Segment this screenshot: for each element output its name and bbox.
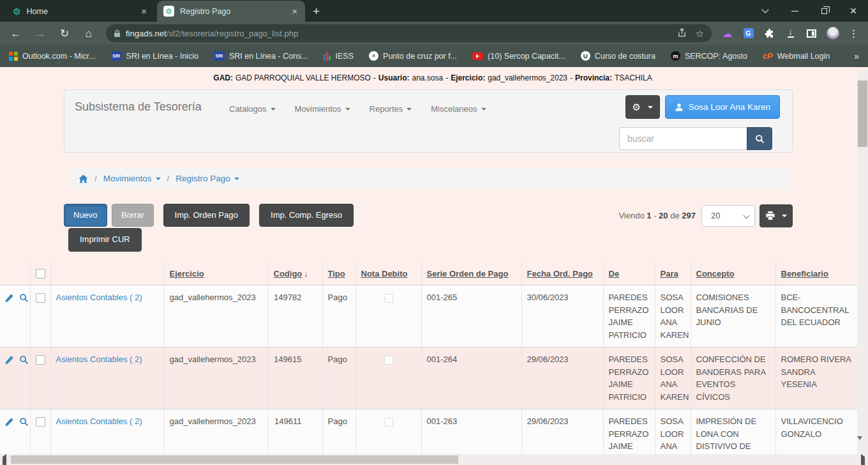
column-header-beneficiario[interactable]: Beneficiario: [775, 262, 857, 286]
search-button[interactable]: [747, 127, 772, 150]
menu-reportes[interactable]: Reportes: [370, 104, 412, 114]
minimize-button[interactable]: [780, 0, 809, 22]
scroll-right-icon[interactable]: [861, 454, 865, 465]
row-checkbox[interactable]: [36, 293, 45, 303]
share-icon[interactable]: [677, 28, 687, 39]
edit-pencil-icon[interactable]: [4, 417, 14, 427]
column-header-nota-debito[interactable]: Nota Debito: [355, 262, 421, 286]
actions-row: Nuevo Borrar Imp. Orden Pago Imp. Comp. …: [64, 204, 793, 252]
bookmark-sercop-video[interactable]: (10) Sercop Capacit...: [472, 52, 565, 61]
browser-chrome: ⚙ Home × ⚙ Registro Pago × + × ← → ↻ ⌂ f…: [0, 0, 868, 67]
tab-home[interactable]: ⚙ Home ×: [6, 1, 154, 22]
breadcrumb-separator: /: [94, 174, 97, 183]
separator: -: [570, 73, 572, 82]
column-header-ejercicio[interactable]: Ejercicio: [164, 262, 268, 286]
paging-status: Viendo 1 - 20 de 297: [618, 211, 696, 220]
select-all-checkbox[interactable]: [36, 269, 45, 278]
back-icon[interactable]: ←: [4, 28, 28, 39]
scroll-down-icon[interactable]: [857, 436, 862, 451]
reload-icon[interactable]: ↻: [52, 28, 77, 39]
column-header-codigo[interactable]: Codigo↓: [268, 262, 322, 286]
new-tab-button[interactable]: +: [313, 5, 320, 17]
browser-menu-icon[interactable]: ⋮: [843, 27, 864, 40]
row-checkbox[interactable]: [36, 355, 45, 365]
forward-icon[interactable]: →: [28, 28, 52, 39]
asientos-contables-link[interactable]: Asientos Contables ( 2): [56, 293, 142, 302]
bookmark-punto-de-cruz[interactable]: ✕ Punto de cruz por f...: [369, 51, 457, 61]
row-checkbox[interactable]: [36, 417, 45, 427]
m-icon: m: [671, 51, 680, 61]
home-icon[interactable]: [79, 174, 88, 183]
edit-pencil-icon[interactable]: [4, 355, 14, 365]
horizontal-scroll-thumb[interactable]: [11, 455, 458, 464]
breadcrumb-registro-pago[interactable]: Registro Pago: [176, 174, 239, 183]
de-cell: PAREDES PERRAZO JAIME PATRICIO: [603, 286, 655, 347]
page-size-select[interactable]: 20: [702, 206, 754, 226]
bookmark-sri-consultas[interactable]: SRI SRI en Línea - Cons...: [214, 51, 308, 61]
column-header-para[interactable]: Para: [655, 262, 691, 286]
bookmarks-overflow-icon[interactable]: »: [854, 51, 859, 61]
search-input[interactable]: [619, 127, 747, 150]
vertical-scroll-thumb[interactable]: [858, 80, 867, 147]
profile-avatar[interactable]: [822, 27, 843, 40]
imprimir-cur-button[interactable]: Imprimir CUR: [68, 228, 142, 251]
vertical-scrollbar[interactable]: [857, 70, 868, 454]
asientos-contables-link[interactable]: Asientos Contables ( 2): [56, 416, 142, 426]
cloud-extension-icon[interactable]: ☁: [717, 27, 738, 40]
horizontal-scrollbar[interactable]: [0, 454, 868, 465]
ejercicio-cell: gad_vallehermos_2023: [164, 409, 268, 454]
column-header-concepto[interactable]: Concepto: [691, 262, 775, 286]
tab-registro-pago[interactable]: ⚙ Registro Pago ×: [157, 1, 305, 22]
tab-search-icon[interactable]: [751, 0, 780, 22]
settings-gear-button[interactable]: ⚙: [625, 95, 660, 119]
side-panel-icon[interactable]: [801, 29, 822, 38]
column-header-asientos: [50, 262, 164, 286]
close-window-button[interactable]: ×: [839, 0, 868, 22]
column-header-fecha[interactable]: Fecha Ord. Pago: [521, 262, 603, 286]
print-button[interactable]: [760, 204, 793, 227]
translate-extension-icon[interactable]: G: [738, 28, 759, 38]
tab-close-icon[interactable]: ×: [138, 6, 149, 16]
de-cell: PAREDES PERRAZO JAIME PATRICIO: [603, 409, 655, 454]
bookmark-iess[interactable]: IESS: [324, 52, 354, 61]
view-magnifier-icon[interactable]: [19, 293, 29, 303]
restore-button[interactable]: [809, 0, 839, 22]
table-row: Asientos Contables ( 2) gad_vallehermos_…: [0, 347, 857, 409]
bookmark-outlook[interactable]: Outlook.com - Micr...: [9, 52, 96, 61]
extensions-puzzle-icon[interactable]: [759, 28, 780, 38]
bookmark-sercop-agosto[interactable]: m SERCOP: Agosto: [671, 51, 747, 61]
scroll-left-icon[interactable]: [3, 454, 6, 465]
breadcrumb-movimientos[interactable]: Movimientos: [103, 174, 161, 183]
bookmark-label: SERCOP: Agosto: [685, 52, 747, 61]
menu-miscelaneos[interactable]: Miscelaneos: [431, 104, 486, 114]
edit-pencil-icon[interactable]: [4, 293, 14, 303]
column-header-tipo[interactable]: Tipo: [322, 262, 355, 286]
downloads-icon[interactable]: ↓: [780, 29, 801, 37]
view-magnifier-icon[interactable]: [19, 417, 29, 427]
view-magnifier-icon[interactable]: [19, 355, 29, 365]
nuevo-button[interactable]: Nuevo: [64, 204, 107, 227]
column-header-de[interactable]: De: [603, 262, 655, 286]
sort-desc-icon: ↓: [304, 269, 308, 278]
breadcrumb: / Movimientos / Registro Pago: [69, 168, 789, 189]
imp-comp-egreso-button[interactable]: Imp. Comp. Egreso: [259, 204, 354, 227]
bookmark-sri-inicio[interactable]: SRI SRI en Línea - Inicio: [111, 51, 198, 61]
user-menu-button[interactable]: Sosa Loor Ana Karen: [665, 95, 780, 119]
bookmark-label: (10) Sercop Capacit...: [488, 52, 565, 61]
imp-orden-pago-button[interactable]: Imp. Orden Pago: [163, 204, 250, 227]
lock-icon: [114, 29, 121, 38]
column-header-serie[interactable]: Serie Orden de Pago: [421, 262, 521, 286]
bookmark-curso-costura[interactable]: U Curso de costura: [581, 51, 655, 61]
menu-movimientos[interactable]: Movimientos: [295, 104, 350, 114]
tab-close-icon[interactable]: ×: [289, 6, 300, 16]
address-bar[interactable]: fingads.net /sf2/tesoreria/registro_pago…: [106, 24, 712, 42]
bookmark-webmail[interactable]: cP Webmail Login: [763, 51, 830, 61]
menu-catalogos[interactable]: Catalogos: [229, 104, 276, 114]
paging-controls: Viendo 1 - 20 de 297 20: [618, 204, 793, 227]
bookmark-star-icon[interactable]: ☆: [696, 29, 704, 38]
borrar-button[interactable]: Borrar: [112, 204, 154, 227]
nota-debito-cell: [355, 347, 421, 409]
asientos-contables-link[interactable]: Asientos Contables ( 2): [56, 354, 142, 364]
nota-debito-cell: [355, 409, 421, 454]
home-icon[interactable]: ⌂: [77, 28, 101, 39]
